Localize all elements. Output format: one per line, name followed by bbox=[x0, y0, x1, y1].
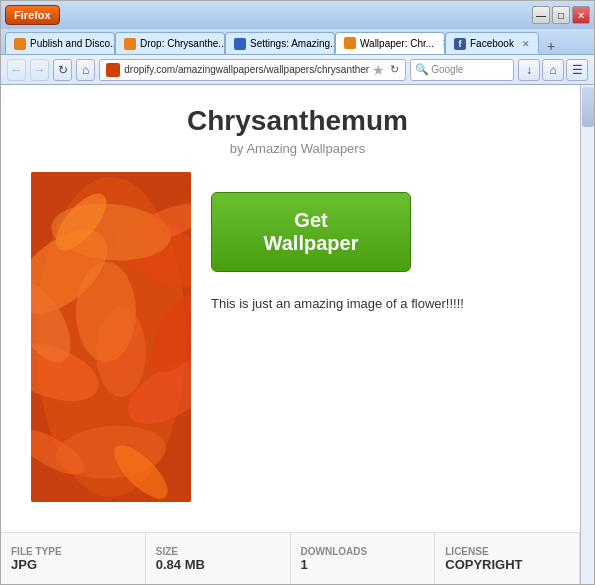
flower-image bbox=[31, 172, 191, 502]
page-subtitle: by Amazing Wallpapers bbox=[31, 141, 564, 156]
get-wallpaper-button[interactable]: Get Wallpaper bbox=[211, 192, 411, 272]
menu-button[interactable]: ☰ bbox=[566, 59, 588, 81]
site-icon bbox=[106, 63, 120, 77]
page-content: Chrysanthemum by Amazing Wallpapers bbox=[1, 85, 594, 584]
tab-icon-4: f bbox=[454, 38, 466, 50]
tab-icon-3 bbox=[344, 37, 356, 49]
tab-bar: Publish and Disco... ✕ Drop: Chrysanthe.… bbox=[1, 29, 594, 55]
tab-label-1: Drop: Chrysanthe... bbox=[140, 38, 225, 49]
address-refresh-icon[interactable]: ↻ bbox=[390, 63, 399, 76]
address-bar[interactable]: dropify.com/amazingwallpapers/wallpapers… bbox=[99, 59, 406, 81]
home-nav-button[interactable]: ⌂ bbox=[542, 59, 564, 81]
scroll-thumb[interactable] bbox=[582, 87, 594, 127]
tab-label-0: Publish and Disco... bbox=[30, 38, 115, 49]
meta-size: SIZE 0.84 MB bbox=[146, 533, 291, 584]
main-row: Get Wallpaper This is just an amazing im… bbox=[31, 172, 564, 502]
tab-icon-2 bbox=[234, 38, 246, 50]
meta-size-label: SIZE bbox=[156, 546, 178, 557]
tab-0[interactable]: Publish and Disco... ✕ bbox=[5, 32, 115, 54]
tab-1[interactable]: Drop: Chrysanthe... ✕ bbox=[115, 32, 225, 54]
search-bar[interactable]: 🔍 Google bbox=[410, 59, 514, 81]
meta-license-value: COPYRIGHT bbox=[445, 557, 522, 572]
tab-icon-0 bbox=[14, 38, 26, 50]
meta-license: LICENSE COPYRIGHT bbox=[435, 533, 580, 584]
bookmark-icon[interactable]: ★ bbox=[372, 62, 385, 78]
download-button[interactable]: ↓ bbox=[518, 59, 540, 81]
scrollbar[interactable] bbox=[580, 85, 594, 584]
meta-filetype-label: FILE TYPE bbox=[11, 546, 62, 557]
maximize-button[interactable]: □ bbox=[552, 6, 570, 24]
browser-window: Firefox — □ ✕ Publish and Disco... ✕ Dro… bbox=[0, 0, 595, 585]
tab-label-3: Wallpaper: Chr... bbox=[360, 38, 434, 49]
firefox-menu-button[interactable]: Firefox bbox=[5, 5, 60, 25]
svg-point-11 bbox=[96, 307, 146, 397]
tab-label-2: Settings: Amazing... bbox=[250, 38, 335, 49]
search-engine-icon: 🔍 bbox=[415, 63, 429, 76]
tab-4[interactable]: f Facebook ✕ bbox=[445, 32, 539, 54]
back-button[interactable]: ← bbox=[7, 59, 26, 81]
meta-license-label: LICENSE bbox=[445, 546, 488, 557]
close-button[interactable]: ✕ bbox=[572, 6, 590, 24]
reload-button[interactable]: ↻ bbox=[53, 59, 72, 81]
tab-3[interactable]: Wallpaper: Chr... ✕ bbox=[335, 32, 445, 54]
right-panel: Get Wallpaper This is just an amazing im… bbox=[211, 172, 564, 323]
metadata-bar: FILE TYPE JPG SIZE 0.84 MB DOWNLOADS 1 L… bbox=[1, 532, 580, 584]
title-bar: Firefox — □ ✕ bbox=[1, 1, 594, 29]
content-area: Chrysanthemum by Amazing Wallpapers bbox=[1, 85, 594, 584]
window-controls: — □ ✕ bbox=[532, 6, 590, 24]
minimize-button[interactable]: — bbox=[532, 6, 550, 24]
tab-close-3[interactable]: ✕ bbox=[442, 38, 445, 48]
wallpaper-description: This is just an amazing image of a flowe… bbox=[211, 296, 464, 311]
tab-label-4: Facebook bbox=[470, 38, 514, 49]
meta-downloads-value: 1 bbox=[301, 557, 308, 572]
meta-filetype-value: JPG bbox=[11, 557, 37, 572]
meta-size-value: 0.84 MB bbox=[156, 557, 205, 572]
home-button[interactable]: ⌂ bbox=[76, 59, 95, 81]
tab-2[interactable]: Settings: Amazing... ✕ bbox=[225, 32, 335, 54]
meta-filetype: FILE TYPE JPG bbox=[1, 533, 146, 584]
tab-close-4[interactable]: ✕ bbox=[522, 39, 530, 49]
nav-extra-buttons: ↓ ⌂ ☰ bbox=[518, 59, 588, 81]
nav-bar: ← → ↻ ⌂ dropify.com/amazingwallpapers/wa… bbox=[1, 55, 594, 85]
page-title: Chrysanthemum bbox=[31, 105, 564, 137]
search-placeholder: Google bbox=[431, 64, 509, 75]
meta-downloads-label: DOWNLOADS bbox=[301, 546, 368, 557]
tab-icon-1 bbox=[124, 38, 136, 50]
address-text: dropify.com/amazingwallpapers/wallpapers… bbox=[124, 64, 369, 75]
new-tab-button[interactable]: + bbox=[543, 38, 559, 54]
meta-downloads: DOWNLOADS 1 bbox=[291, 533, 436, 584]
forward-button[interactable]: → bbox=[30, 59, 49, 81]
